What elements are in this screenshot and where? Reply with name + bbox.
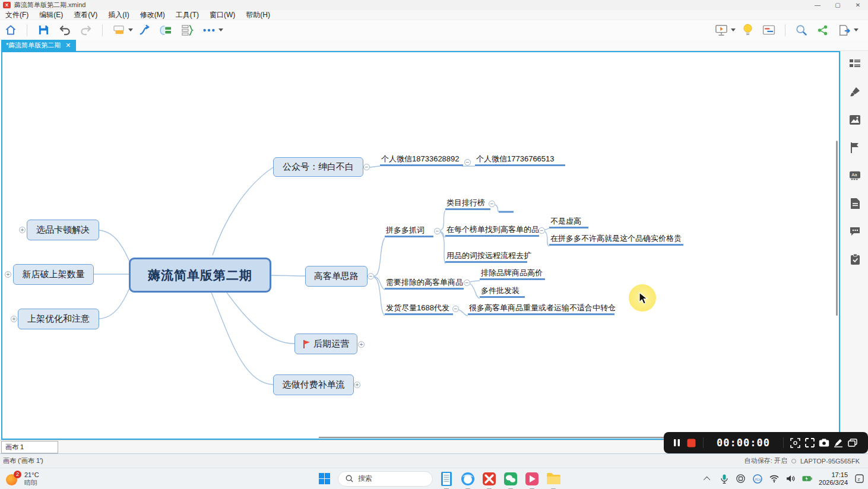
collapse-toggle[interactable]: − xyxy=(464,280,470,286)
relationship-button[interactable] xyxy=(137,23,153,38)
expand-toggle[interactable]: + xyxy=(358,341,365,348)
mindmap-canvas[interactable]: 薅流简单版第二期 公众号：绅白不白 高客单思路 后期运营 选做付费补单流 选品卡… xyxy=(1,51,840,440)
wifi-icon[interactable] xyxy=(769,474,779,484)
menu-help[interactable]: 帮助(H) xyxy=(240,10,275,20)
topic-shape-button[interactable] xyxy=(110,23,127,38)
topic-yongpin[interactable]: 用品的词按远程流程去扩 xyxy=(445,251,527,263)
windows-select-button[interactable] xyxy=(845,436,860,450)
menu-file[interactable]: 文件(F) xyxy=(0,10,34,20)
central-topic[interactable]: 薅流简单版第二期 xyxy=(129,258,271,293)
pause-button[interactable] xyxy=(670,436,684,450)
stop-button[interactable] xyxy=(684,436,698,450)
collapse-toggle[interactable]: − xyxy=(363,164,370,170)
taskbar-app-xmind[interactable] xyxy=(481,471,497,487)
minimize-button[interactable]: — xyxy=(807,0,828,10)
style-button[interactable] xyxy=(850,87,860,97)
expand-toggle[interactable]: + xyxy=(354,382,360,388)
collapse-toggle[interactable]: − xyxy=(489,201,495,207)
taskbar-app-notepad[interactable] xyxy=(439,471,454,487)
maximize-button[interactable]: ▢ xyxy=(828,0,848,10)
comment-button[interactable] xyxy=(850,226,860,237)
expand-toggle[interactable]: + xyxy=(11,316,17,322)
vertical-scrollbar[interactable] xyxy=(836,141,838,316)
idea-button[interactable] xyxy=(739,23,756,38)
presentation-dropdown[interactable] xyxy=(731,28,736,31)
menu-window[interactable]: 窗口(W) xyxy=(204,10,240,20)
topic-xindian[interactable]: 新店破上架数量 xyxy=(13,264,94,285)
boundary-button[interactable] xyxy=(158,23,175,38)
topic-bangdan[interactable]: 在每个榜单找到高客单的品 xyxy=(445,225,539,237)
security-tray-icon[interactable]: FLV xyxy=(752,474,762,484)
format-button[interactable] xyxy=(850,58,860,69)
export-button[interactable] xyxy=(836,23,853,38)
collapse-toggle[interactable]: − xyxy=(368,273,374,280)
taskbar-app-browser[interactable] xyxy=(460,471,476,487)
marker-button[interactable] xyxy=(850,142,860,153)
topic-buxugao[interactable]: 不是虚高 xyxy=(549,217,588,228)
home-button[interactable] xyxy=(2,23,19,38)
share-button[interactable] xyxy=(815,23,831,38)
collapse-toggle[interactable]: − xyxy=(538,227,545,234)
format-panel-button[interactable] xyxy=(761,23,777,38)
topic-leimu[interactable]: 类目排行榜 xyxy=(445,198,490,210)
topic-houqi[interactable]: 后期运营 xyxy=(294,334,357,354)
collapse-toggle[interactable]: − xyxy=(464,159,471,166)
taskbar-search[interactable]: 搜索 xyxy=(338,471,433,487)
topic-pdd[interactable]: 拼多多抓词 xyxy=(385,226,433,237)
tray-chevron-icon[interactable] xyxy=(702,474,712,484)
more-tools-dropdown[interactable] xyxy=(218,28,223,31)
menu-insert[interactable]: 插入(I) xyxy=(103,10,134,20)
presentation-button[interactable] xyxy=(713,23,730,38)
topic-duojian[interactable]: 多件批发装 xyxy=(480,286,525,298)
menu-edit[interactable]: 编辑(E) xyxy=(34,10,68,20)
topic-paichu[interactable]: 需要排除的高客单商品 xyxy=(385,278,464,290)
topic-weixin1[interactable]: 个人微信18733628892 xyxy=(380,154,463,166)
start-button[interactable] xyxy=(316,471,332,487)
collapse-toggle[interactable]: − xyxy=(434,228,441,234)
taskbar-clock[interactable]: 17:15 2026/3/24 xyxy=(819,471,848,487)
draw-button[interactable] xyxy=(831,436,845,450)
save-button[interactable] xyxy=(35,23,52,38)
topic-gaokedan[interactable]: 高客单思路 xyxy=(305,266,368,287)
expand-toggle[interactable]: + xyxy=(5,271,11,278)
region-select-button[interactable] xyxy=(788,436,803,450)
horizontal-scrollbar[interactable] xyxy=(319,437,673,438)
microphone-icon[interactable] xyxy=(719,474,729,484)
topic-shangjia[interactable]: 上架优化和注意 xyxy=(18,309,99,329)
undo-button[interactable] xyxy=(56,23,73,38)
battery-icon[interactable] xyxy=(802,474,812,484)
tab-close-icon[interactable]: ✕ xyxy=(65,42,71,49)
notification-icon[interactable]: z xyxy=(854,474,864,484)
topic-gongzhonghao[interactable]: 公众号：绅白不白 xyxy=(273,157,363,177)
label-button[interactable]: Aa xyxy=(850,170,860,181)
redo-button[interactable] xyxy=(78,23,94,38)
topic-zhongzhuan[interactable]: 很多高客单商品重量或者运输不适合中转仓 xyxy=(468,303,614,315)
menu-view[interactable]: 查看(V) xyxy=(68,10,103,20)
topic-fahuo[interactable]: 发货尽量1688代发 xyxy=(385,303,453,315)
topic-weixin2[interactable]: 个人微信17736766513 xyxy=(475,154,565,166)
zoom-button[interactable] xyxy=(793,23,810,38)
notes-button[interactable] xyxy=(850,198,860,209)
screenshot-button[interactable] xyxy=(817,436,831,450)
topic-fufei[interactable]: 选做付费补单流 xyxy=(273,374,354,395)
close-button[interactable]: ✕ xyxy=(848,0,868,10)
export-dropdown[interactable] xyxy=(854,28,859,31)
taskbar-app-explorer[interactable] xyxy=(546,471,561,487)
ime-icon[interactable] xyxy=(736,474,746,484)
topic-shape-dropdown[interactable] xyxy=(128,28,133,31)
topic-pinpai[interactable]: 排除品牌商品高价 xyxy=(480,268,545,280)
topic-jiagegui[interactable]: 在拼多多不许高就是这个品确实价格贵 xyxy=(549,234,683,246)
fullscreen-button[interactable] xyxy=(803,436,817,450)
topic-xuanpin[interactable]: 选品卡顿解决 xyxy=(27,220,99,240)
task-button[interactable] xyxy=(850,254,860,265)
insert-image-button[interactable] xyxy=(850,115,860,125)
sheet-tab-canvas1[interactable]: 画布 1 xyxy=(1,441,58,453)
summary-button[interactable] xyxy=(179,23,196,38)
volume-icon[interactable] xyxy=(785,474,796,484)
menu-modify[interactable]: 修改(M) xyxy=(135,10,170,20)
more-tools-button[interactable] xyxy=(201,23,217,38)
collapse-toggle[interactable]: − xyxy=(452,306,459,312)
taskbar-app-wechat[interactable] xyxy=(503,471,518,487)
tab-document[interactable]: *薅流简单版第二期 ✕ xyxy=(1,40,76,51)
taskbar-app-video[interactable] xyxy=(524,471,540,487)
